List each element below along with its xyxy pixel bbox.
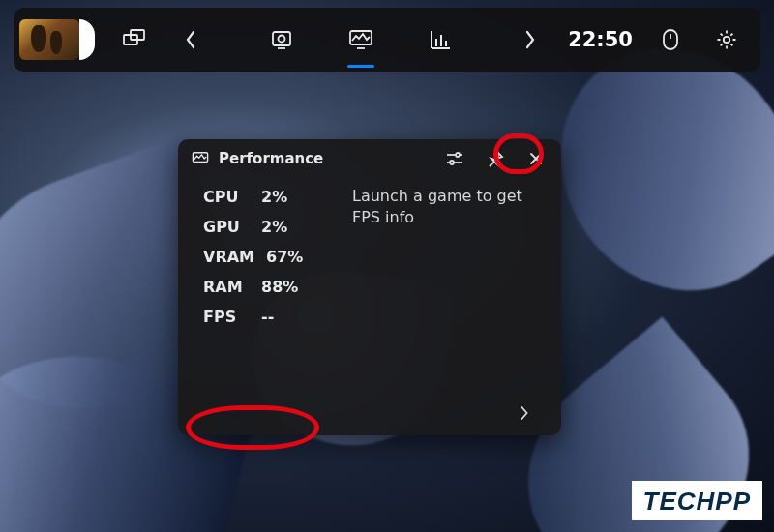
mouse-button[interactable] xyxy=(642,19,699,60)
metric-value: 67% xyxy=(266,248,303,266)
metric-fps[interactable]: FPS -- xyxy=(203,302,348,332)
pin-icon xyxy=(487,150,504,167)
metric-value: 2% xyxy=(261,218,287,236)
capture-icon xyxy=(270,29,293,50)
mouse-icon xyxy=(661,28,680,51)
metric-label: RAM xyxy=(203,278,250,296)
chevron-left-icon xyxy=(184,29,197,50)
widget-options-button[interactable] xyxy=(439,145,470,172)
metric-cpu[interactable]: CPU 2% xyxy=(203,182,348,212)
close-icon xyxy=(528,151,544,166)
metrics-list: CPU 2% GPU 2% VRAM 67% RAM 88% FPS -- xyxy=(203,182,348,391)
svg-point-14 xyxy=(724,37,729,43)
metric-value: 2% xyxy=(261,188,287,206)
fps-info-text: Launch a game to get FPS info xyxy=(348,182,548,391)
metric-value: -- xyxy=(261,308,274,326)
sliders-icon xyxy=(445,151,464,166)
widgets-menu-button[interactable] xyxy=(106,19,163,60)
metric-value: 88% xyxy=(261,278,298,296)
nav-next-button[interactable] xyxy=(502,19,558,60)
settings-gear-icon xyxy=(715,28,738,51)
settings-button[interactable] xyxy=(699,19,755,60)
performance-monitor-icon xyxy=(192,151,209,166)
nav-prev-button[interactable] xyxy=(163,19,219,60)
widgets-icon xyxy=(123,29,146,50)
chevron-right-icon xyxy=(523,29,537,50)
toolbar-center-tabs xyxy=(219,13,502,67)
tab-resources[interactable] xyxy=(411,13,469,67)
performance-monitor-icon xyxy=(348,29,373,50)
metric-gpu[interactable]: GPU 2% xyxy=(203,212,348,242)
svg-rect-2 xyxy=(273,32,290,45)
tab-capture[interactable] xyxy=(253,13,311,67)
widget-title: Performance xyxy=(219,150,323,167)
widget-close-button[interactable] xyxy=(521,145,551,172)
tab-performance[interactable] xyxy=(332,13,390,67)
game-thumbnail-slot[interactable] xyxy=(19,16,95,63)
game-thumbnail xyxy=(19,19,79,60)
chevron-right-icon xyxy=(519,403,530,423)
metric-label: CPU xyxy=(203,188,250,206)
game-slot-handle-icon xyxy=(79,19,95,60)
svg-point-17 xyxy=(456,153,460,157)
metric-vram[interactable]: VRAM 67% xyxy=(203,242,348,272)
metric-label: GPU xyxy=(203,218,250,236)
svg-rect-12 xyxy=(664,30,677,49)
widget-pin-button[interactable] xyxy=(480,145,511,172)
svg-point-3 xyxy=(278,36,284,43)
watermark-text: TECHPP xyxy=(643,487,751,516)
svg-point-19 xyxy=(450,161,454,164)
clock: 22:50 xyxy=(558,28,642,51)
chart-icon xyxy=(429,29,452,50)
widget-expand-button[interactable] xyxy=(509,399,540,427)
watermark: TECHPP xyxy=(632,481,762,520)
metric-ram[interactable]: RAM 88% xyxy=(203,272,348,302)
widget-header[interactable]: Performance xyxy=(178,139,561,178)
game-bar-toolbar: 22:50 xyxy=(14,8,760,72)
performance-widget: Performance CPU 2% GPU xyxy=(178,139,561,435)
metric-label: VRAM xyxy=(203,248,254,266)
metric-label: FPS xyxy=(203,308,250,326)
